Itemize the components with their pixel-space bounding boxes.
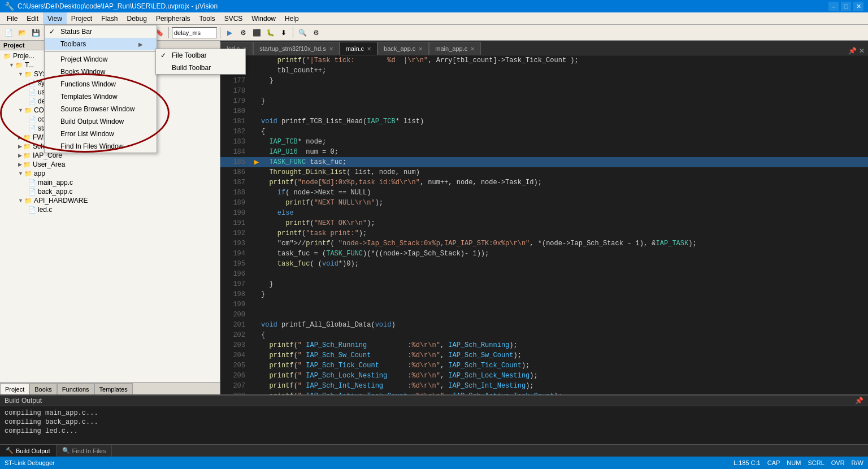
view-status-bar[interactable]: ✓ Status Bar: [45, 25, 157, 38]
view-find-in-files-window[interactable]: Find In Files Window: [45, 140, 157, 153]
code-tab-3[interactable]: back_app.c✕: [377, 42, 429, 55]
menu-flash[interactable]: Flash: [97, 12, 122, 24]
close-tab-icon[interactable]: ✕: [329, 46, 333, 52]
code-tab-4[interactable]: main_app.c✕: [429, 42, 481, 55]
line-text: printf(" IAP_Sch_Lock_Nesting :%d\r\n", …: [261, 371, 866, 381]
view-build-output-window[interactable]: Build Output Window: [45, 115, 157, 128]
line-text: void printf_TCB_List_Head(IAP_TCB* list): [261, 116, 866, 127]
zoom-button[interactable]: 🔍: [296, 27, 309, 39]
menu-edit[interactable]: Edit: [22, 12, 43, 24]
menu-peripherals[interactable]: Peripherals: [151, 12, 195, 24]
title-bar-controls[interactable]: – □ ✕: [828, 2, 863, 11]
new-file-button[interactable]: 📄: [2, 27, 15, 39]
toolbars-submenu: ✓ File Toolbar Build Toolbar: [155, 49, 246, 75]
tree-icon: 📁: [24, 197, 32, 205]
line-text: printf(" IAP_Sch_Running :%d\r\n", IAP_S…: [261, 340, 866, 350]
left-tab-project[interactable]: Project: [0, 383, 29, 394]
close-button[interactable]: ✕: [853, 2, 863, 11]
close-tab-icon[interactable]: ✕: [418, 46, 423, 52]
line-number: 178: [223, 86, 245, 96]
line-arrow: ▶: [254, 157, 259, 167]
code-line-206: 206 printf(" IAP_Sch_Lock_Nesting :%d\r\…: [220, 371, 868, 381]
view-item-label: Project Window: [60, 55, 107, 63]
code-tab-2[interactable]: main.c✕: [340, 42, 377, 55]
code-line-191: 191 printf("NEXT OK\r\n");: [220, 218, 868, 228]
view-source-browser-window[interactable]: Source Browser Window: [45, 103, 157, 115]
view-item-label: Find In Files Window: [60, 142, 123, 150]
view-books-window[interactable]: Books Window: [45, 66, 157, 78]
view-item-label: Build Output Window: [60, 118, 124, 125]
open-button[interactable]: 📂: [16, 27, 28, 39]
menu-svcs[interactable]: SVCS: [220, 12, 248, 24]
save-button[interactable]: 💾: [29, 27, 42, 39]
menu-help[interactable]: Help: [280, 12, 303, 24]
code-content[interactable]: 175 printf("|Task tick: %d |\r\n", Arry[…: [220, 55, 868, 394]
stop-button[interactable]: ⬛: [250, 27, 263, 39]
pin-icon[interactable]: 📌: [848, 47, 857, 55]
build-tab-label: Find In Files: [72, 448, 106, 454]
tree-item-14[interactable]: 📄main_app.c: [0, 178, 220, 187]
line-text: [261, 269, 866, 279]
line-marker: [252, 330, 261, 340]
view-functions-window[interactable]: Functions Window: [45, 78, 157, 90]
left-tab-books[interactable]: Books: [29, 383, 57, 394]
view-project-window[interactable]: Project Window: [45, 53, 157, 66]
build-tab-icon: 🔨: [6, 447, 14, 454]
function-search-input[interactable]: [172, 27, 217, 38]
maximize-button[interactable]: □: [841, 2, 851, 11]
menu-view[interactable]: View: [43, 12, 67, 24]
view-item-label: Functions Window: [60, 80, 116, 88]
expand-icon: ▼: [18, 171, 23, 176]
code-line-181: 181void printf_TCB_List_Head(IAP_TCB* li…: [220, 116, 868, 127]
target-options-button[interactable]: ⚙: [310, 27, 322, 39]
line-text: printf("task print:");: [261, 228, 866, 238]
line-text: printf("NEXT NULL\r\n");: [261, 198, 866, 208]
rebuild-button[interactable]: ⚙: [237, 27, 249, 39]
view-item-label: Error List Window: [60, 130, 114, 138]
build-tab-1[interactable]: 🔍Find In Files: [57, 445, 112, 457]
view-error-list-window[interactable]: Error List Window: [45, 128, 157, 140]
close-tab-icon[interactable]: ✕: [470, 46, 475, 52]
build-button[interactable]: ▶: [223, 27, 236, 39]
tree-icon: 📄: [28, 188, 36, 196]
line-number: 188: [223, 188, 245, 198]
build-line-1: compiling back_app.c...: [5, 418, 863, 427]
line-text: tbl_count++;: [261, 66, 866, 76]
menu-project[interactable]: Project: [67, 12, 97, 24]
expand-icon: ▶: [18, 162, 22, 167]
line-marker: [252, 177, 261, 188]
menu-debug[interactable]: Debug: [123, 12, 151, 24]
tree-item-15[interactable]: 📄back_app.c: [0, 187, 220, 196]
line-marker: [252, 208, 261, 218]
menu-window[interactable]: Window: [247, 12, 280, 24]
expand-icon: ▶: [18, 144, 22, 149]
view-templates-window[interactable]: Templates Window: [45, 90, 157, 103]
tree-item-16[interactable]: ▼📁API_HARDWARE: [0, 196, 220, 205]
left-tab-templates[interactable]: Templates: [94, 383, 133, 394]
line-number: 205: [223, 361, 245, 371]
close-tab-icon[interactable]: ✕: [367, 46, 371, 52]
rw-label: R/W: [852, 459, 863, 466]
tree-item-17[interactable]: 📄led.c: [0, 205, 220, 214]
toolbar-build-toolbar[interactable]: Build Toolbar: [156, 62, 245, 74]
line-marker: [252, 137, 261, 147]
close-editor-icon[interactable]: ✕: [859, 47, 865, 55]
left-tab-functions[interactable]: Functions: [57, 383, 94, 394]
line-number: 185: [223, 157, 245, 167]
tree-item-13[interactable]: ▼📁app: [0, 169, 220, 178]
view-toolbars[interactable]: Toolbars ▶: [45, 38, 157, 50]
tree-item-label: main_app.c: [38, 179, 73, 186]
line-marker: [252, 269, 261, 279]
line-text: Throught_DLink_list( list, node, num): [261, 167, 866, 177]
minimize-button[interactable]: –: [828, 2, 839, 11]
download-button[interactable]: ⬇: [277, 27, 290, 39]
tree-item-12[interactable]: ▶📁User_Area: [0, 160, 220, 169]
line-number: 202: [223, 330, 245, 340]
build-line-2: compiling led.c...: [5, 427, 863, 436]
debug-button[interactable]: 🐛: [264, 27, 276, 39]
toolbar-file-toolbar[interactable]: ✓ File Toolbar: [156, 49, 245, 62]
menu-file[interactable]: File: [2, 12, 22, 24]
build-tab-0[interactable]: 🔨Build Output: [0, 445, 57, 457]
menu-tools[interactable]: Tools: [195, 12, 220, 24]
code-tab-1[interactable]: startup_stm32f10x_hd.s✕: [253, 42, 339, 55]
